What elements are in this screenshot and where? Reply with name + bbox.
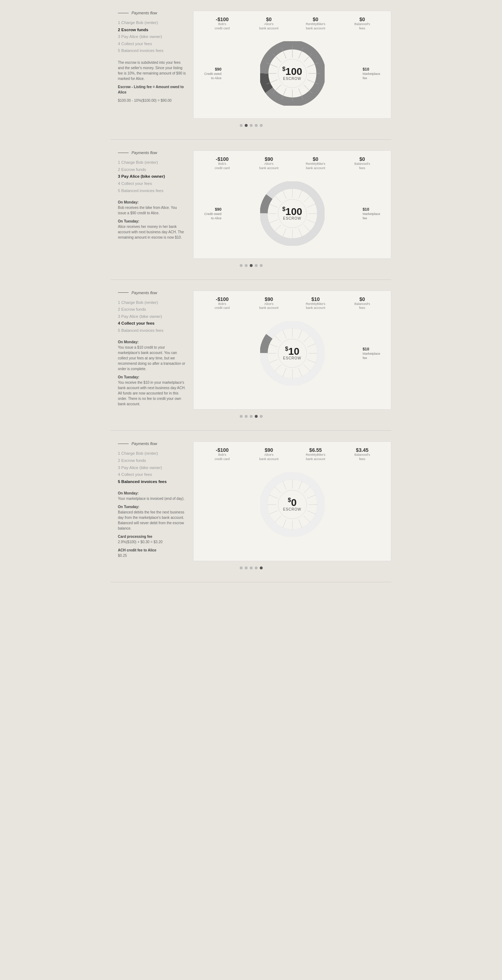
amount-value-1: $90 (258, 296, 280, 302)
dot-2[interactable] (245, 415, 248, 418)
step-list: 1 Charge Bob (renter)2 Escrow funds3 Pay… (118, 19, 186, 54)
svg-line-46 (299, 368, 302, 377)
description-text: The escrow is subdivided into your fees … (118, 60, 186, 81)
left-col-1: Payments flow1 Charge Bob (renter)2 Escr… (111, 11, 193, 119)
amount-cell-1: $0Alice'sbank account (258, 16, 280, 30)
dot-2[interactable] (245, 124, 248, 127)
amount-label-0: Bob'scredit card (211, 162, 233, 170)
svg-line-65 (299, 519, 302, 527)
step-list: 1 Charge Bob (renter)2 Escrow funds3 Pay… (118, 450, 186, 485)
left-col-3: Payments flow1 Charge Bob (renter)2 Escr… (111, 291, 193, 410)
panel-4: Payments flow1 Charge Bob (renter)2 Escr… (111, 431, 391, 582)
dot-5[interactable] (260, 566, 263, 570)
amount-label-0: Bob'scredit card (211, 302, 233, 310)
flow-header-line (118, 444, 129, 444)
svg-line-57 (303, 336, 310, 342)
step-item-1: 1 Charge Bob (renter) (118, 159, 186, 166)
chart-area: $90Credit owedto Alice$100ESCROW$10Marke… (199, 174, 386, 253)
amount-value-2: $10 (305, 296, 326, 302)
dot-2[interactable] (245, 566, 248, 570)
step-item-1: 1 Charge Bob (renter) (118, 450, 186, 457)
step-item-4: 4 Collect your fees (118, 40, 186, 48)
dot-1[interactable] (240, 566, 243, 570)
dot-3[interactable] (250, 124, 253, 127)
amount-value-3: $0 (351, 16, 373, 22)
chart-area: $0ESCROW (199, 465, 386, 544)
donut-center: $100ESCROW (282, 67, 302, 81)
dot-1[interactable] (240, 415, 243, 418)
svg-line-26 (299, 228, 302, 237)
svg-line-45 (303, 365, 310, 371)
step-list: 1 Charge Bob (renter)2 Escrow funds3 Pay… (118, 299, 186, 334)
svg-line-69 (269, 511, 277, 514)
svg-line-25 (303, 225, 310, 231)
right-annotation: $10Marketplacefee (362, 347, 380, 360)
donut-label: ESCROW (283, 508, 301, 512)
dot-4[interactable] (255, 566, 257, 570)
amount-cell-1: $90Alice'sbank account (258, 156, 280, 170)
amount-label-3: Balanced'sfees (351, 302, 373, 310)
dot-1[interactable] (240, 264, 243, 267)
panel-1: Payments flow1 Charge Bob (renter)2 Escr… (111, 0, 391, 140)
amount-value-3: $0 (351, 296, 373, 302)
svg-line-56 (299, 330, 302, 338)
amount-cell-3: $3.45Balanced'sfees (351, 447, 373, 461)
step-item-4: 4 Collect your fees (118, 180, 186, 188)
svg-line-44 (307, 360, 315, 363)
dot-3[interactable] (250, 415, 253, 418)
svg-line-75 (299, 481, 302, 490)
amount-cell-2: $0RentMyBike'sbank account (305, 16, 326, 30)
donut-chart: $100ESCROW (260, 181, 325, 246)
dot-5[interactable] (260, 264, 263, 267)
dot-2[interactable] (245, 264, 248, 267)
dot-4[interactable] (255, 264, 257, 267)
svg-line-48 (283, 368, 286, 377)
flow-header-line (118, 293, 129, 293)
donut-amount: $100 (282, 207, 302, 216)
svg-line-52 (269, 344, 277, 347)
amount-cell-0: -$100Bob'scredit card (211, 156, 233, 170)
amount-value-2: $0 (305, 16, 326, 22)
payments-flow-title: Payments flow (132, 441, 157, 446)
amount-label-1: Alice'sbank account (258, 162, 280, 170)
amount-label-3: Balanced'sfees (351, 22, 373, 30)
svg-line-71 (269, 495, 277, 498)
payments-flow-title: Payments flow (132, 151, 157, 155)
amount-cell-2: $6.55RentMyBike'sbank account (305, 447, 326, 461)
donut-label: ESCROW (282, 216, 302, 220)
amount-cell-3: $0Balanced'sfees (351, 296, 373, 310)
amount-label-2: RentMyBike'sbank account (305, 162, 326, 170)
amount-value-2: $0 (305, 156, 326, 162)
amount-value-1: $0 (258, 16, 280, 22)
dot-3[interactable] (250, 264, 253, 267)
amount-label-1: Alice'sbank account (258, 302, 280, 310)
formula-text: $100.00 - 10%($100.00) = $90.00 (118, 98, 186, 103)
amount-value-3: $3.45 (351, 447, 373, 453)
svg-line-77 (307, 495, 315, 498)
amount-value-0: -$100 (211, 447, 233, 453)
dot-5[interactable] (260, 415, 263, 418)
svg-line-49 (275, 365, 281, 371)
svg-line-54 (283, 330, 286, 338)
amounts-row: -$100Bob'scredit card$90Alice'sbank acco… (199, 447, 386, 461)
dot-3[interactable] (250, 566, 253, 570)
dot-4[interactable] (255, 415, 257, 418)
step-item-3: 3 Pay Alice (bike owner) (118, 465, 186, 471)
chart-area: $10ESCROW$10Marketplacefee (199, 314, 386, 393)
amount-cell-3: $0Balanced'sfees (351, 16, 373, 30)
dot-5[interactable] (260, 124, 263, 127)
amount-label-1: Alice'sbank account (258, 22, 280, 30)
step-item-4: 4 Collect your fees (118, 320, 186, 327)
step-item-1: 1 Charge Bob (renter) (118, 19, 186, 27)
dot-4[interactable] (255, 124, 257, 127)
dot-1[interactable] (240, 124, 243, 127)
donut-center: $10ESCROW (283, 346, 301, 360)
formula-label: Escrow - Listing fee = Amount owed to Al… (118, 84, 186, 95)
step-item-2: 2 Escrow funds (118, 306, 186, 313)
amount-value-2: $6.55 (305, 447, 326, 453)
step-item-3: 3 Pay Alice (bike owner) (118, 33, 186, 40)
svg-line-36 (299, 190, 302, 199)
amount-value-1: $90 (258, 156, 280, 162)
right-col-3: -$100Bob'scredit card$90Alice'sbank acco… (193, 291, 391, 410)
desc-label-0: On Monday:Your marketplace is invoiced (… (118, 490, 186, 501)
